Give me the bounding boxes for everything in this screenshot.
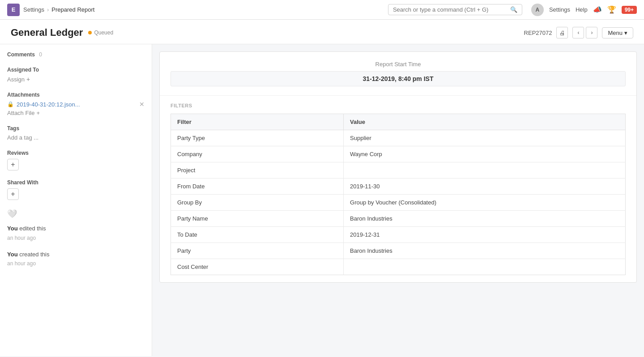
table-row: Cost Center <box>171 259 626 275</box>
filter-cell: Party Type <box>171 130 344 146</box>
filters-title: FILTERS <box>171 103 626 108</box>
attachment-remove-icon[interactable]: ✕ <box>139 101 145 108</box>
search-bar[interactable]: 🔍 <box>388 4 522 15</box>
content: Report Start Time 31-12-2019, 8:40 pm IS… <box>152 44 644 356</box>
filter-cell: To Date <box>171 227 344 243</box>
avatar[interactable]: A <box>531 4 544 16</box>
notifications-badge[interactable]: 99+ <box>622 6 637 14</box>
breadcrumb-current: Prepared Report <box>51 6 94 13</box>
settings-nav-link[interactable]: Settings <box>549 6 570 13</box>
sidebar: Comments 0 Assigned To Assign + Attachme… <box>0 44 152 356</box>
value-column-header: Value <box>344 114 626 130</box>
top-navigation: E Settings › Prepared Report 🔍 A Setting… <box>0 0 644 20</box>
page-header: General Ledger Queued REP27072 🖨 ‹ › Men… <box>0 20 644 44</box>
attachment-item[interactable]: 🔒 2019-40-31-20:12.json... ✕ <box>7 101 145 108</box>
status-label: Queued <box>94 30 113 36</box>
value-cell: Group by Voucher (Consolidated) <box>344 195 626 211</box>
table-row: Group ByGroup by Voucher (Consolidated) <box>171 195 626 211</box>
main-layout: Comments 0 Assigned To Assign + Attachme… <box>0 44 644 356</box>
attachments-label: Attachments <box>7 92 145 98</box>
value-cell <box>344 162 626 178</box>
table-row: Party NameBaron Industries <box>171 211 626 227</box>
filter-table: Filter Value Party TypeSupplierCompanyWa… <box>171 114 626 275</box>
app-icon: E <box>7 4 20 16</box>
activity-created: You created this an hour ago <box>7 250 145 269</box>
table-row: Project <box>171 162 626 178</box>
attach-file-action[interactable]: Attach File + <box>7 110 145 116</box>
filter-cell: Company <box>171 146 344 162</box>
sidebar-section-assigned-to: Assigned To Assign + <box>7 67 145 83</box>
activity-edited: You edited this an hour ago <box>7 224 145 243</box>
table-row: PartyBaron Industries <box>171 243 626 259</box>
breadcrumb-chevron-1: › <box>47 6 49 13</box>
status-badge: Queued <box>88 30 113 36</box>
table-row: To Date2019-12-31 <box>171 227 626 243</box>
add-shared-button[interactable]: + <box>7 188 19 200</box>
comments-label: Comments 0 <box>7 51 145 58</box>
menu-button[interactable]: Menu ▾ <box>602 27 633 38</box>
attach-plus-icon: + <box>36 110 40 116</box>
lock-icon: 🔒 <box>7 101 14 107</box>
attachment-filename[interactable]: 2019-40-31-20:12.json... <box>17 101 80 108</box>
print-button[interactable]: 🖨 <box>556 27 568 38</box>
next-button[interactable]: › <box>586 27 597 38</box>
filter-table-header-row: Filter Value <box>171 114 626 130</box>
menu-label: Menu <box>608 30 623 36</box>
filter-cell: Group By <box>171 195 344 211</box>
page-title: General Ledger <box>11 27 83 38</box>
reviews-label: Reviews <box>7 150 145 156</box>
add-tag-action[interactable]: Add a tag ... <box>7 134 145 141</box>
filter-cell: Cost Center <box>171 259 344 275</box>
rep-id: REP27072 <box>524 30 552 36</box>
report-start-value: 31-12-2019, 8:40 pm IST <box>171 71 626 86</box>
search-input[interactable] <box>393 6 508 13</box>
prev-button[interactable]: ‹ <box>572 27 584 38</box>
trophy-icon[interactable]: 🏆 <box>607 5 616 14</box>
title-area: General Ledger Queued <box>11 27 113 38</box>
search-icon: 🔍 <box>510 6 517 13</box>
value-cell: Supplier <box>344 130 626 146</box>
header-right: REP27072 🖨 ‹ › Menu ▾ <box>524 27 633 38</box>
report-start-section: Report Start Time 31-12-2019, 8:40 pm IS… <box>160 52 636 95</box>
filter-cell: From Date <box>171 178 344 195</box>
sidebar-section-reviews: Reviews + <box>7 150 145 170</box>
filter-cell: Party <box>171 243 344 259</box>
nav-right: A Settings Help 📣 🏆 99+ <box>531 4 637 16</box>
sidebar-section-comments: Comments 0 <box>7 51 145 58</box>
nav-arrows: ‹ › <box>572 27 597 38</box>
menu-chevron-icon: ▾ <box>624 30 627 36</box>
value-cell: 2019-12-31 <box>344 227 626 243</box>
value-cell: Wayne Corp <box>344 146 626 162</box>
filter-table-body: Party TypeSupplierCompanyWayne CorpProje… <box>171 130 626 275</box>
sidebar-section-tags: Tags Add a tag ... <box>7 125 145 141</box>
sidebar-section-attachments: Attachments 🔒 2019-40-31-20:12.json... ✕… <box>7 92 145 116</box>
table-row: From Date2019-11-30 <box>171 178 626 195</box>
assign-plus-icon: + <box>26 76 30 83</box>
report-card: Report Start Time 31-12-2019, 8:40 pm IS… <box>159 51 637 283</box>
filter-column-header: Filter <box>171 114 344 130</box>
sidebar-section-shared-with: Shared With + <box>7 179 145 200</box>
report-start-label: Report Start Time <box>171 61 626 68</box>
shared-with-label: Shared With <box>7 179 145 186</box>
value-cell: Baron Industries <box>344 243 626 259</box>
status-dot <box>88 31 92 34</box>
value-cell <box>344 259 626 275</box>
comments-count: 0 <box>39 51 42 58</box>
help-nav-link[interactable]: Help <box>576 6 588 13</box>
tags-label: Tags <box>7 125 145 132</box>
value-cell: Baron Industries <box>344 211 626 227</box>
value-cell: 2019-11-30 <box>344 178 626 195</box>
breadcrumb: Settings › Prepared Report <box>23 6 94 13</box>
filter-cell: Party Name <box>171 211 344 227</box>
sidebar-section-activity: 🤍 You edited this an hour ago You create… <box>7 209 145 268</box>
assigned-to-label: Assigned To <box>7 67 145 73</box>
megaphone-icon[interactable]: 📣 <box>593 5 602 14</box>
table-row: Party TypeSupplier <box>171 130 626 146</box>
breadcrumb-settings[interactable]: Settings <box>23 6 44 13</box>
heart-icon[interactable]: 🤍 <box>7 209 145 219</box>
filter-cell: Project <box>171 162 344 178</box>
add-review-button[interactable]: + <box>7 159 19 170</box>
assign-action[interactable]: Assign + <box>7 76 145 83</box>
filters-section: FILTERS Filter Value Party TypeSupplierC… <box>160 95 636 282</box>
table-row: CompanyWayne Corp <box>171 146 626 162</box>
